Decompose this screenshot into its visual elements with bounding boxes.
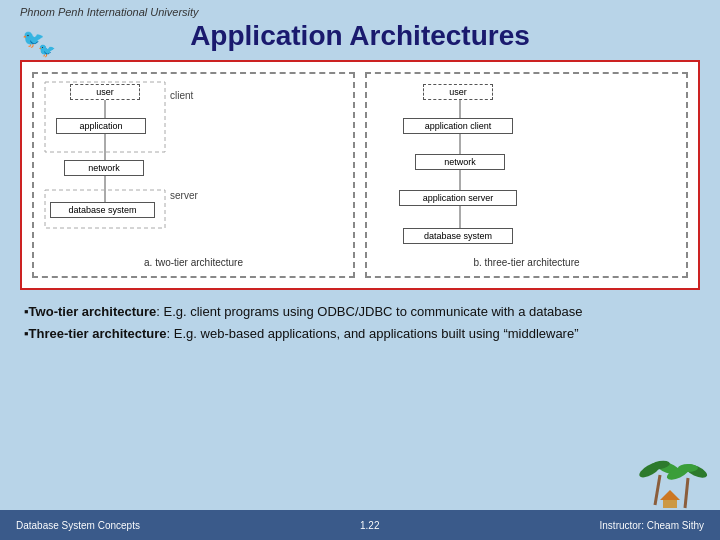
three-tier-arch-label: b. three-tier architecture	[473, 257, 579, 268]
svg-line-9	[655, 475, 660, 505]
two-tier-application-box: application	[56, 118, 146, 134]
footer-left: Database System Concepts	[16, 520, 140, 531]
bird-icon-right: 🐦	[38, 42, 55, 58]
client-label: client	[170, 90, 193, 101]
svg-line-13	[685, 478, 688, 508]
two-tier-bullet-prefix: ▪Two-tier architecture	[24, 304, 156, 319]
architecture-diagram: user application network database system…	[20, 60, 700, 290]
three-tier-database-box: database system	[403, 228, 513, 244]
two-tier-bullet-text: : E.g. client programs using ODBC/JDBC t…	[156, 304, 582, 319]
two-tier-bullet: ▪Two-tier architecture: E.g. client prog…	[24, 302, 696, 322]
two-tier-database-box: database system	[50, 202, 155, 218]
footer-center: 1.22	[360, 520, 379, 531]
three-tier-bullet-prefix: ▪Three-tier architecture	[24, 326, 167, 341]
two-tier-user-box: user	[70, 84, 140, 100]
palm-decoration	[630, 450, 710, 510]
three-tier-app-server-box: application server	[399, 190, 517, 206]
two-tier-arch-label: a. two-tier architecture	[144, 257, 243, 268]
university-name: Phnom Penh International University	[20, 6, 700, 18]
footer: Database System Concepts 1.22 Instructor…	[0, 510, 720, 540]
svg-point-16	[678, 464, 698, 472]
three-tier-section: user application client network applicat…	[365, 72, 688, 278]
three-tier-user-box: user	[423, 84, 493, 100]
page-title: Application Architectures	[20, 20, 700, 52]
three-tier-network-box: network	[415, 154, 505, 170]
bullet-points: ▪Two-tier architecture: E.g. client prog…	[0, 296, 720, 351]
header: Phnom Penh International University Appl…	[0, 0, 720, 54]
three-tier-bullet: ▪Three-tier architecture: E.g. web-based…	[24, 324, 696, 344]
svg-marker-17	[660, 490, 680, 500]
server-label: server	[170, 190, 198, 201]
svg-rect-18	[663, 500, 677, 508]
three-tier-bullet-text: : E.g. web-based applications, and appli…	[167, 326, 579, 341]
three-tier-app-client-box: application client	[403, 118, 513, 134]
palm-svg	[630, 450, 710, 510]
two-tier-section: user application network database system…	[32, 72, 355, 278]
two-tier-network-box: network	[64, 160, 144, 176]
footer-right: Instructor: Cheam Sithy	[600, 520, 704, 531]
